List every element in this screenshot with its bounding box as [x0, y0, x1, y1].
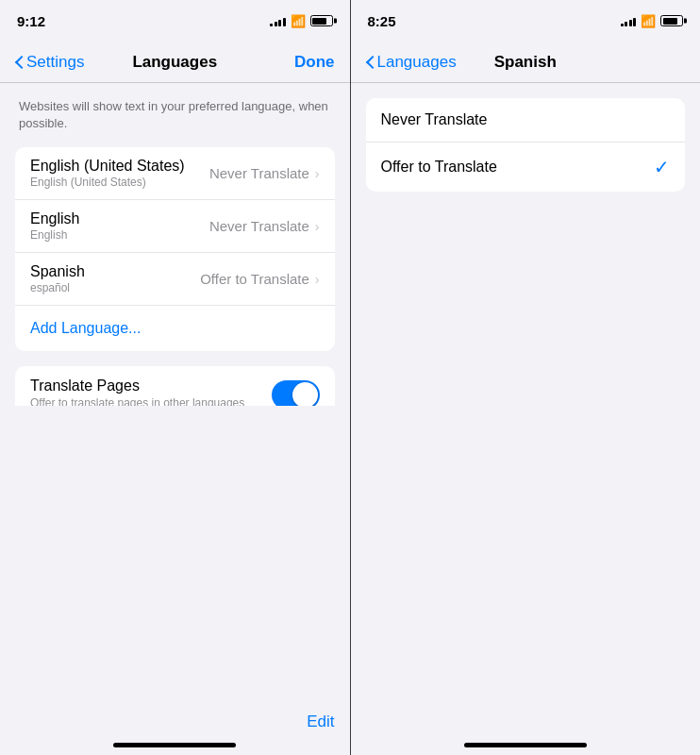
back-label-left: Settings — [26, 53, 84, 72]
home-indicator-left — [113, 743, 236, 747]
language-title-spanish: Spanish — [30, 263, 85, 280]
language-subtitle-english-us: English (United States) — [30, 176, 185, 189]
language-action-english-us: Never Translate — [209, 165, 309, 181]
nav-title-left: Languages — [132, 53, 217, 72]
status-bar-left: 9:12 📶 — [0, 0, 350, 42]
language-row-spanish[interactable]: Spanish español Offer to Translate › — [15, 253, 335, 306]
back-label-right: Languages — [377, 53, 457, 72]
chevron-right-icon-2: › — [315, 219, 320, 234]
battery-icon — [310, 15, 333, 26]
add-language-row[interactable]: Add Language... — [15, 306, 335, 351]
translate-pages-subtitle: Offer to translate pages in other langua… — [30, 396, 272, 405]
option-label-never-translate: Never Translate — [381, 111, 488, 128]
nav-title-right: Spanish — [494, 53, 557, 72]
translate-pages-row: Translate Pages Offer to translate pages… — [15, 366, 335, 405]
translate-pages-toggle[interactable] — [272, 380, 320, 406]
translate-pages-card: Translate Pages Offer to translate pages… — [15, 366, 335, 405]
back-button-left[interactable]: Settings — [15, 53, 84, 72]
toggle-thumb — [292, 382, 318, 406]
option-row-never-translate[interactable]: Never Translate — [366, 98, 686, 143]
status-time-right: 8:25 — [368, 13, 396, 29]
language-subtitle-english: English — [30, 228, 79, 242]
wifi-icon: 📶 — [291, 14, 306, 28]
translation-options-card: Never Translate Offer to Translate ✓ — [366, 98, 686, 192]
translate-pages-title: Translate Pages — [30, 378, 272, 394]
edit-button[interactable]: Edit — [307, 713, 334, 731]
status-icons-right: 📶 — [621, 14, 684, 28]
left-panel: 9:12 📶 Settings Languages Done Websites … — [0, 0, 350, 755]
signal-icon — [270, 16, 286, 26]
battery-icon-right — [660, 15, 683, 26]
chevron-left-icon-right — [366, 56, 374, 68]
languages-card: English (United States) English (United … — [15, 147, 335, 351]
language-title-english: English — [30, 210, 79, 227]
chevron-right-icon-1: › — [315, 166, 320, 181]
language-subtitle-spanish: español — [30, 281, 85, 294]
chevron-left-icon — [15, 56, 23, 68]
content-right: Never Translate Offer to Translate ✓ — [351, 83, 701, 421]
bottom-area-left: Edit — [0, 713, 350, 743]
right-panel: 8:25 📶 Languages Spanish Neve — [351, 0, 701, 755]
content-left: Websites will show text in your preferre… — [0, 83, 350, 406]
option-row-offer-translate[interactable]: Offer to Translate ✓ — [366, 143, 686, 192]
checkmark-icon: ✓ — [654, 156, 670, 178]
description-text: Websites will show text in your preferre… — [15, 98, 335, 132]
status-time-left: 9:12 — [17, 13, 45, 29]
home-indicator-right — [464, 743, 587, 747]
nav-bar-left: Settings Languages Done — [0, 42, 350, 83]
option-label-offer-translate: Offer to Translate — [381, 159, 497, 176]
signal-icon-right — [621, 16, 637, 26]
wifi-icon-right: 📶 — [641, 14, 656, 28]
language-action-english: Never Translate — [209, 218, 309, 234]
back-button-right[interactable]: Languages — [366, 53, 457, 72]
nav-bar-right: Languages Spanish — [351, 42, 701, 83]
language-title-english-us: English (United States) — [30, 158, 185, 175]
done-button[interactable]: Done — [294, 53, 335, 72]
language-action-spanish: Offer to Translate — [200, 271, 309, 287]
status-icons-left: 📶 — [270, 14, 333, 28]
language-row-english-us[interactable]: English (United States) English (United … — [15, 147, 335, 200]
language-row-english[interactable]: English English Never Translate › — [15, 200, 335, 253]
chevron-right-icon-3: › — [315, 272, 320, 287]
add-language-label[interactable]: Add Language... — [30, 320, 141, 337]
status-bar-right: 8:25 📶 — [351, 0, 701, 42]
